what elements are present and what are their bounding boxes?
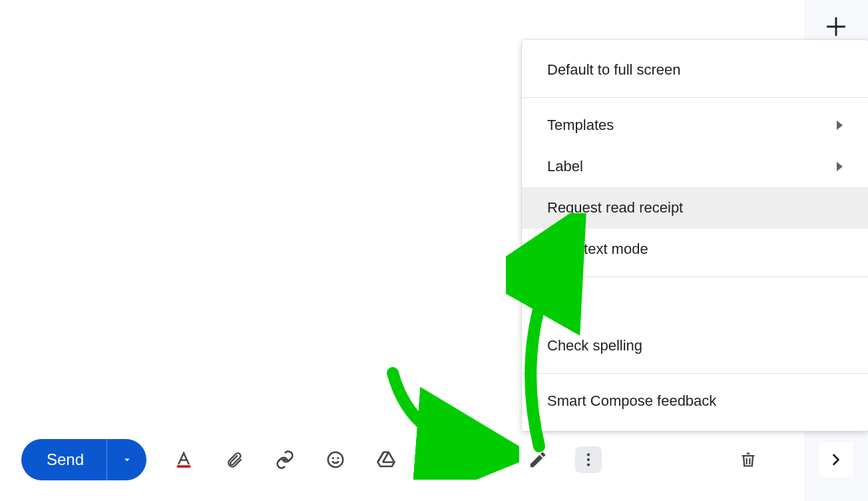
menu-item-label: Default to full screen [547,61,681,79]
chevron-right-icon [837,121,843,130]
menu-item[interactable]: Default to full screen [522,49,868,91]
insert-link-button[interactable] [272,446,298,473]
insert-emoji-button[interactable] [322,446,349,473]
menu-separator [522,373,868,374]
insert-drive-file-button[interactable] [373,446,399,473]
svg-point-12 [587,458,590,461]
menu-item-label: Label [547,158,583,175]
formatting-options-button[interactable] [170,446,197,473]
svg-point-6 [332,457,334,459]
send-button-group: Send [21,439,146,480]
menu-item[interactable]: Plain text mode [522,229,868,270]
insert-photo-button[interactable] [423,446,450,473]
svg-point-5 [328,452,343,468]
attach-file-button[interactable] [221,446,248,473]
menu-item[interactable]: Templates [522,105,868,146]
menu-item[interactable]: Check spelling [522,325,868,366]
menu-item[interactable]: Request read receipt [522,187,868,229]
send-button[interactable]: Send [21,439,107,480]
menu-item-label: Check spelling [547,337,642,354]
menu-item[interactable]: Print [522,284,868,325]
expand-side-panel-button[interactable] [819,442,853,477]
discard-draft-button[interactable] [735,446,761,473]
menu-item[interactable]: Label [522,146,868,187]
menu-separator [522,97,868,98]
compose-toolbar [170,446,602,473]
svg-point-13 [587,463,590,466]
more-options-button[interactable] [575,446,602,473]
add-addon-button[interactable] [819,9,853,44]
menu-separator [522,276,868,277]
menu-item-label: Smart Compose feedback [547,392,716,410]
svg-point-11 [587,453,590,456]
confidential-mode-button[interactable] [474,446,501,473]
menu-item-label: Plain text mode [547,241,648,258]
signature-button[interactable] [525,446,551,473]
menu-item-label: Request read receipt [547,199,683,217]
chevron-right-icon [837,162,843,171]
menu-item[interactable]: Smart Compose feedback [522,380,868,422]
compose-footer: Send [0,436,791,484]
svg-point-7 [337,457,339,459]
menu-item-label: Print [547,296,577,313]
send-options-button[interactable] [107,439,146,480]
more-options-menu: Default to full screenTemplatesLabelRequ… [522,40,868,431]
menu-item-label: Templates [547,117,614,134]
